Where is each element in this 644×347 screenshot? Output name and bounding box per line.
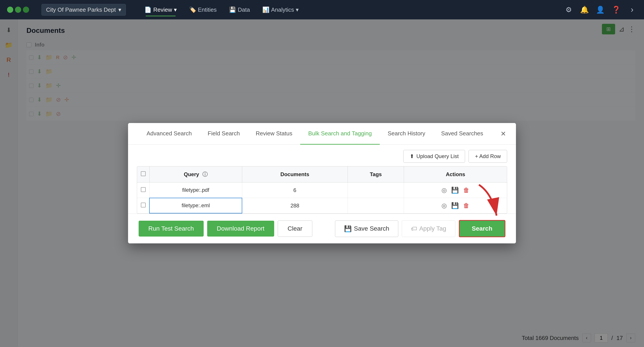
nav-item-review[interactable]: 📄 Review ▾ — [139, 4, 182, 16]
modal-close-button[interactable]: ✕ — [498, 129, 508, 139]
row-2-checkbox[interactable] — [141, 202, 146, 208]
settings-button[interactable]: ⚙ — [564, 5, 574, 14]
actions-column-header: Actions — [404, 166, 507, 182]
table-row: filetype:.eml 288 ◎ 💾 🗑 — [137, 198, 507, 214]
tab-advanced-search[interactable]: Advanced Search — [139, 123, 200, 144]
nav-item-entities[interactable]: 🏷️ Entities — [184, 4, 222, 16]
chevron-down-icon: ▾ — [174, 6, 177, 13]
org-selector[interactable]: City Of Pawnee Parks Dept ▾ — [42, 4, 126, 16]
row-1-delete-icon[interactable]: 🗑 — [463, 186, 470, 194]
table-row: filetype:.pdf 6 ◎ 💾 🗑 — [137, 182, 507, 198]
query-column-header: Query ⓘ — [150, 166, 242, 182]
entities-icon: 🏷️ — [189, 6, 196, 13]
tab-review-status[interactable]: Review Status — [248, 123, 300, 144]
tab-saved-searches[interactable]: Saved Searches — [433, 123, 491, 144]
row-1-checkbox[interactable] — [141, 187, 146, 192]
analytics-icon: 📊 — [262, 6, 269, 13]
row-2-query[interactable]: filetype:.eml — [150, 198, 242, 214]
row-2-checkbox-cell — [137, 198, 150, 214]
row-1-query[interactable]: filetype:.pdf — [150, 182, 242, 198]
chevron-down-icon: ▾ — [118, 6, 121, 13]
documents-column-header: Documents — [242, 166, 348, 182]
modal: Advanced Search Field Search Review Stat… — [128, 123, 516, 244]
row-1-tag-icon[interactable]: ◎ — [442, 186, 447, 194]
tab-field-search[interactable]: Field Search — [200, 123, 248, 144]
modal-header: Advanced Search Field Search Review Stat… — [128, 123, 516, 144]
apply-tag-icon: 🏷 — [411, 225, 417, 232]
footer-right: 💾 Save Search 🏷 Apply Tag Search — [335, 220, 505, 237]
row-1-checkbox-cell — [137, 182, 150, 198]
search-button-container: Search — [459, 220, 505, 237]
nav-item-data[interactable]: 💾 Data — [224, 4, 255, 16]
row-2-tags — [348, 198, 404, 214]
tags-column-header: Tags — [348, 166, 404, 182]
row-2-save-icon[interactable]: 💾 — [451, 202, 459, 209]
row-2-actions: ◎ 💾 🗑 — [404, 198, 507, 214]
help-button[interactable]: ❓ — [612, 5, 621, 14]
logo-dot-1 — [7, 6, 13, 13]
download-report-button[interactable]: Download Report — [207, 221, 274, 236]
chevron-down-icon: ▾ — [296, 6, 299, 13]
modal-overlay: Advanced Search Field Search Review Stat… — [0, 20, 644, 347]
save-search-icon: 💾 — [344, 225, 352, 232]
logo-dot-3 — [23, 6, 29, 13]
tab-search-history[interactable]: Search History — [380, 123, 433, 144]
data-icon: 💾 — [229, 6, 236, 13]
upload-query-list-button[interactable]: ⬆ Upload Query List — [403, 150, 465, 163]
user-profile-button[interactable]: 👤 — [596, 5, 605, 14]
tab-bulk-search[interactable]: Bulk Search and Tagging — [300, 123, 380, 144]
logo — [7, 6, 29, 13]
row-2-delete-icon[interactable]: 🗑 — [463, 202, 470, 209]
modal-toolbar: ⬆ Upload Query List + Add Row — [128, 144, 516, 166]
logo-dot-2 — [15, 6, 21, 13]
nav-right: ⚙ 🔔 👤 ❓ › — [564, 5, 637, 14]
topnav: City Of Pawnee Parks Dept ▾ 📄 Review ▾ 🏷… — [0, 0, 644, 20]
review-icon: 📄 — [144, 6, 152, 13]
main-area: ⬇ 📁 R ! Documents Info ⬇ 📁 R ⊘ ✛ ⬇ 📁 ⬇ — [0, 20, 644, 347]
clear-button[interactable]: Clear — [278, 220, 312, 237]
notifications-button[interactable]: 🔔 — [580, 5, 589, 14]
row-1-documents: 6 — [242, 182, 348, 198]
save-search-button[interactable]: 💾 Save Search — [335, 220, 398, 237]
row-2-tag-icon[interactable]: ◎ — [442, 202, 447, 209]
run-test-search-button[interactable]: Run Test Search — [139, 221, 204, 236]
row-1-save-icon[interactable]: 💾 — [451, 186, 459, 194]
more-button[interactable]: › — [627, 5, 637, 14]
nav-items: 📄 Review ▾ 🏷️ Entities 💾 Data 📊 Analytic… — [139, 4, 555, 16]
nav-item-analytics[interactable]: 📊 Analytics ▾ — [257, 4, 304, 16]
row-2-documents: 288 — [242, 198, 348, 214]
row-1-actions: ◎ 💾 🗑 — [404, 182, 507, 198]
add-row-button[interactable]: + Add Row — [468, 150, 507, 163]
apply-tag-button[interactable]: 🏷 Apply Tag — [402, 220, 455, 237]
info-icon: ⓘ — [202, 171, 208, 177]
search-button[interactable]: Search — [459, 220, 505, 237]
upload-icon: ⬆ — [410, 153, 414, 160]
search-table: Query ⓘ Documents Tags Actions — [137, 166, 507, 214]
header-checkbox[interactable] — [141, 171, 146, 176]
select-all-header — [137, 166, 150, 182]
row-1-tags — [348, 182, 404, 198]
org-name: City Of Pawnee Parks Dept — [46, 6, 116, 13]
modal-footer: Run Test Search Download Report Clear 💾 … — [128, 214, 516, 244]
